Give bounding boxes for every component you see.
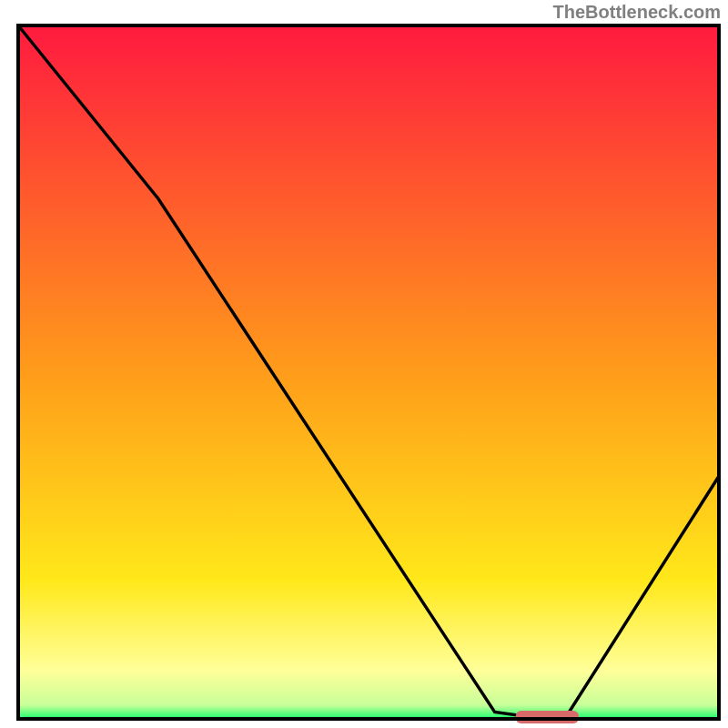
gradient-background xyxy=(18,25,719,719)
attribution-label: TheBottleneck.com xyxy=(553,2,721,23)
plot-area xyxy=(18,25,719,723)
bottleneck-chart xyxy=(0,0,728,728)
